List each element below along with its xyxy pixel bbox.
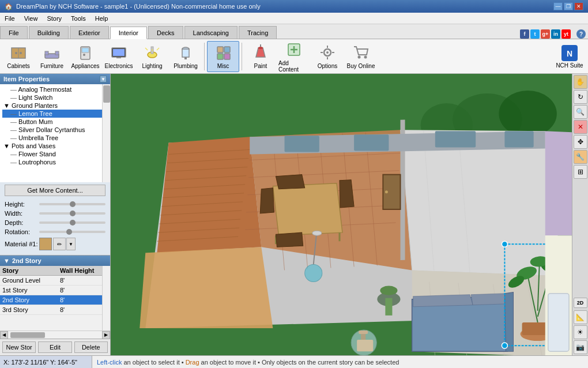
facebook-button[interactable]: f — [520, 29, 529, 39]
toolbar-furniture[interactable]: Furniture — [36, 41, 68, 72]
toolbar-appliances[interactable]: Appliances — [69, 41, 101, 72]
svg-rect-20 — [184, 57, 187, 59]
toolbar-electronics[interactable]: Electronics — [103, 41, 135, 72]
toolbar-sep1 — [204, 43, 205, 70]
tree-loutrophorus[interactable]: — Loutrophorus — [2, 158, 108, 166]
svg-marker-84 — [340, 180, 354, 208]
rotate-view-button[interactable]: ↻ — [574, 90, 587, 104]
app-title: DreamPlan by NCH Software - sample1 - (U… — [16, 3, 261, 10]
tree-lemon-tree[interactable]: — Lemon Tree — [2, 110, 108, 118]
stories-row-ground[interactable]: Ground Level 8' — [0, 276, 110, 286]
toolbar-misc[interactable]: Misc — [207, 41, 239, 72]
canvas-area[interactable] — [111, 74, 572, 355]
tree-umbrella-tree[interactable]: — Umbrella Tree — [2, 134, 108, 142]
delete-story-button[interactable]: Delete — [74, 341, 108, 353]
tab-exterior[interactable]: Exterior — [70, 26, 109, 39]
height-slider[interactable] — [39, 203, 105, 205]
tree-silver-dollar[interactable]: — Silver Dollar Cyrtanthus — [2, 126, 108, 134]
svg-rect-75 — [354, 134, 389, 151]
twitter-button[interactable]: t — [530, 29, 540, 39]
toolbar-options[interactable]: Options — [311, 41, 344, 72]
stories-row-3rd[interactable]: 3rd Story 8' — [0, 305, 110, 315]
tab-decks[interactable]: Decks — [148, 26, 183, 39]
toolbar-buy-online[interactable]: Buy Online — [345, 41, 377, 72]
appliances-icon — [76, 43, 95, 62]
toolbar-paint[interactable]: Paint — [244, 41, 277, 72]
menu-help[interactable]: Help — [91, 14, 113, 23]
rotation-slider[interactable] — [39, 231, 105, 233]
material-edit-button[interactable]: ✏ — [53, 238, 66, 250]
2d-view-button[interactable]: 2D — [574, 298, 587, 308]
menu-file[interactable]: File — [0, 14, 20, 23]
lighting-label: Lighting — [142, 63, 162, 69]
options-label: Options — [318, 63, 337, 69]
tab-interior[interactable]: Interior — [110, 27, 147, 39]
properties-tool-button[interactable]: 🔧 — [574, 150, 587, 164]
stories-row-2nd[interactable]: 2nd Story 8' — [0, 295, 110, 305]
tree-ground-planters[interactable]: ▼ Ground Planters — [2, 102, 108, 110]
tab-landscaping[interactable]: Landscaping — [184, 26, 238, 39]
tree-button-mum[interactable]: — Button Mum — [2, 118, 108, 126]
tree-scroll-thumb[interactable] — [103, 85, 110, 103]
menu-story[interactable]: Story — [42, 14, 66, 23]
plan-view-button[interactable]: 📐 — [574, 310, 587, 324]
stories-row-1st[interactable]: 1st Story 8' — [0, 286, 110, 295]
tree-scrollbar[interactable] — [102, 84, 110, 182]
maximize-button[interactable]: ❐ — [564, 2, 573, 10]
hscroll-left-arrow[interactable]: ◀ — [0, 331, 8, 339]
move-instruction: an object to move it • Only objects on t… — [201, 359, 399, 366]
sun-settings-button[interactable]: ☀ — [574, 325, 587, 339]
tab-building[interactable]: Building — [29, 26, 69, 39]
nch-suite-button[interactable]: N NCH Suite — [553, 41, 586, 72]
tree-light-switch[interactable]: — Light Switch — [2, 93, 108, 102]
svg-rect-74 — [285, 136, 319, 152]
get-more-content-button[interactable]: Get More Content... — [5, 185, 105, 196]
hand-tool-button[interactable]: ✋ — [574, 75, 587, 89]
menu-view[interactable]: View — [20, 14, 43, 23]
main-content: Item Properties ▼ — Analog Thermostat — … — [0, 74, 588, 355]
delete-tool-button[interactable]: ✕ — [574, 120, 587, 134]
cabinets-icon — [9, 43, 28, 62]
new-story-button[interactable]: New Stor — [2, 341, 36, 353]
toolbar-cabinets[interactable]: Cabinets — [2, 41, 35, 72]
move-tool-button[interactable]: ✥ — [574, 135, 587, 149]
canvas-background — [111, 74, 572, 355]
help-button[interactable]: ? — [576, 29, 586, 39]
menu-tools[interactable]: Tools — [66, 14, 91, 23]
youtube-button[interactable]: yt — [561, 29, 571, 39]
depth-slider[interactable] — [39, 221, 105, 224]
camera-button[interactable]: 📷 — [574, 340, 587, 354]
linkedin-button[interactable]: in — [551, 29, 560, 39]
material-color-swatch[interactable] — [39, 238, 52, 250]
googleplus-button[interactable]: g+ — [541, 29, 550, 39]
svg-line-16 — [157, 48, 159, 50]
tree-pots-vases[interactable]: ▼ Pots and Vases — [2, 142, 108, 150]
zoom-in-button[interactable]: 🔍 — [574, 105, 587, 119]
svg-point-116 — [305, 264, 322, 281]
grid-button[interactable]: ⊞ — [574, 165, 587, 179]
tab-file[interactable]: File — [0, 26, 28, 39]
toolbar-add-content[interactable]: Add Content — [278, 41, 310, 72]
tree-analog-thermostat[interactable]: — Analog Thermostat — [2, 85, 108, 93]
stories-horizontal-scroll[interactable]: ◀ ▶ — [0, 331, 110, 339]
width-slider[interactable] — [39, 212, 105, 215]
stories-scrollbar[interactable] — [102, 266, 110, 331]
ground-wall-height: 8' — [60, 277, 108, 284]
tab-tracing[interactable]: Tracing — [239, 26, 277, 39]
svg-point-87 — [385, 190, 388, 193]
right-tools-panel: ✋ ↻ 🔍 ✕ ✥ 🔧 ⊞ 2D 📐 ☀ 📷 — [572, 74, 588, 355]
minimize-button[interactable]: — — [553, 2, 563, 10]
svg-point-98 — [502, 241, 507, 247]
svg-line-15 — [145, 48, 148, 50]
hscroll-thumb[interactable] — [10, 332, 45, 338]
material-dropdown-button[interactable]: ▼ — [66, 238, 76, 250]
toolbar-lighting[interactable]: Lighting — [136, 41, 168, 72]
toolbar-plumbing[interactable]: Plumbing — [169, 41, 202, 72]
hscroll-right-arrow[interactable]: ▶ — [102, 331, 110, 339]
edit-story-button[interactable]: Edit — [38, 341, 71, 353]
stories-title: 2nd Story — [12, 257, 42, 264]
item-properties-collapse[interactable]: ▼ — [100, 76, 107, 82]
close-button[interactable]: ✕ — [574, 2, 583, 10]
tree-flower-stand[interactable]: — Flower Stand — [2, 150, 108, 158]
furniture-label: Furniture — [40, 63, 63, 69]
